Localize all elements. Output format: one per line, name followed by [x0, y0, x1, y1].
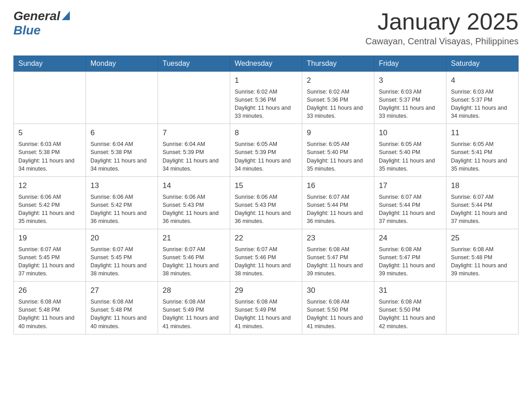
- day-number: 8: [235, 128, 297, 138]
- calendar-cell: 22Sunrise: 6:07 AM Sunset: 5:46 PM Dayli…: [230, 229, 302, 282]
- day-info: Sunrise: 6:06 AM Sunset: 5:42 PM Dayligh…: [90, 193, 153, 226]
- day-number: 15: [235, 180, 297, 191]
- day-number: 13: [90, 180, 153, 191]
- day-info: Sunrise: 6:07 AM Sunset: 5:46 PM Dayligh…: [163, 245, 225, 278]
- day-number: 31: [379, 285, 442, 296]
- calendar-cell: 13Sunrise: 6:06 AM Sunset: 5:42 PM Dayli…: [86, 176, 158, 229]
- day-number: 5: [18, 128, 81, 138]
- day-info: Sunrise: 6:04 AM Sunset: 5:38 PM Dayligh…: [90, 140, 153, 173]
- day-info: Sunrise: 6:03 AM Sunset: 5:37 PM Dayligh…: [451, 88, 514, 120]
- day-number: 26: [18, 285, 81, 296]
- day-number: 9: [307, 128, 369, 138]
- day-number: 23: [307, 233, 369, 244]
- day-info: Sunrise: 6:05 AM Sunset: 5:41 PM Dayligh…: [451, 140, 514, 173]
- day-info: Sunrise: 6:05 AM Sunset: 5:40 PM Dayligh…: [307, 140, 369, 173]
- calendar-cell: 14Sunrise: 6:06 AM Sunset: 5:43 PM Dayli…: [158, 176, 230, 229]
- day-number: 19: [18, 233, 81, 244]
- calendar-cell: 1Sunrise: 6:02 AM Sunset: 5:36 PM Daylig…: [230, 72, 302, 124]
- day-info: Sunrise: 6:02 AM Sunset: 5:36 PM Dayligh…: [307, 88, 369, 120]
- calendar-cell: 11Sunrise: 6:05 AM Sunset: 5:41 PM Dayli…: [446, 124, 519, 176]
- calendar-week-4: 19Sunrise: 6:07 AM Sunset: 5:45 PM Dayli…: [14, 229, 519, 282]
- calendar-table: SundayMondayTuesdayWednesdayThursdayFrid…: [13, 56, 519, 334]
- day-info: Sunrise: 6:04 AM Sunset: 5:39 PM Dayligh…: [163, 140, 225, 173]
- page-header: General Blue January 2025 Cawayan, Centr…: [13, 9, 519, 47]
- calendar-cell: 3Sunrise: 6:03 AM Sunset: 5:37 PM Daylig…: [374, 72, 446, 124]
- weekday-header-thursday: Thursday: [302, 56, 374, 72]
- day-number: 30: [307, 285, 369, 296]
- calendar-cell: 12Sunrise: 6:06 AM Sunset: 5:42 PM Dayli…: [14, 176, 86, 229]
- weekday-header-sunday: Sunday: [14, 56, 86, 72]
- day-number: 7: [163, 128, 225, 138]
- day-info: Sunrise: 6:05 AM Sunset: 5:40 PM Dayligh…: [379, 140, 442, 173]
- day-info: Sunrise: 6:03 AM Sunset: 5:37 PM Dayligh…: [379, 88, 442, 120]
- calendar-cell: [158, 72, 230, 124]
- calendar-cell: 4Sunrise: 6:03 AM Sunset: 5:37 PM Daylig…: [446, 72, 519, 124]
- calendar-cell: 5Sunrise: 6:03 AM Sunset: 5:38 PM Daylig…: [14, 124, 86, 176]
- calendar-cell: [86, 72, 158, 124]
- day-info: Sunrise: 6:07 AM Sunset: 5:44 PM Dayligh…: [451, 193, 514, 226]
- day-info: Sunrise: 6:06 AM Sunset: 5:43 PM Dayligh…: [235, 193, 297, 226]
- calendar-cell: 2Sunrise: 6:02 AM Sunset: 5:36 PM Daylig…: [302, 72, 374, 124]
- weekday-header-friday: Friday: [374, 56, 446, 72]
- day-info: Sunrise: 6:06 AM Sunset: 5:43 PM Dayligh…: [163, 193, 225, 226]
- day-number: 12: [18, 180, 81, 191]
- day-number: 10: [379, 128, 442, 138]
- calendar-cell: 26Sunrise: 6:08 AM Sunset: 5:48 PM Dayli…: [14, 282, 86, 334]
- day-number: 6: [90, 128, 153, 138]
- calendar-cell: 31Sunrise: 6:08 AM Sunset: 5:50 PM Dayli…: [374, 282, 446, 334]
- day-info: Sunrise: 6:06 AM Sunset: 5:42 PM Dayligh…: [18, 193, 81, 226]
- day-info: Sunrise: 6:08 AM Sunset: 5:47 PM Dayligh…: [307, 245, 369, 278]
- day-info: Sunrise: 6:08 AM Sunset: 5:50 PM Dayligh…: [307, 298, 369, 330]
- logo-triangle-icon: [62, 11, 70, 22]
- day-info: Sunrise: 6:08 AM Sunset: 5:50 PM Dayligh…: [379, 298, 442, 330]
- day-number: 21: [163, 233, 225, 244]
- day-info: Sunrise: 6:08 AM Sunset: 5:49 PM Dayligh…: [163, 298, 225, 330]
- day-number: 16: [307, 180, 369, 191]
- day-number: 24: [379, 233, 442, 244]
- calendar-cell: 23Sunrise: 6:08 AM Sunset: 5:47 PM Dayli…: [302, 229, 374, 282]
- calendar-cell: [446, 282, 519, 334]
- calendar-cell: [14, 72, 86, 124]
- calendar-cell: 28Sunrise: 6:08 AM Sunset: 5:49 PM Dayli…: [158, 282, 230, 334]
- logo-blue-text: Blue: [13, 23, 41, 38]
- calendar-cell: 27Sunrise: 6:08 AM Sunset: 5:48 PM Dayli…: [86, 282, 158, 334]
- calendar-cell: 30Sunrise: 6:08 AM Sunset: 5:50 PM Dayli…: [302, 282, 374, 334]
- day-number: 28: [163, 285, 225, 296]
- calendar-cell: 15Sunrise: 6:06 AM Sunset: 5:43 PM Dayli…: [230, 176, 302, 229]
- calendar-cell: 25Sunrise: 6:08 AM Sunset: 5:48 PM Dayli…: [446, 229, 519, 282]
- day-number: 20: [90, 233, 153, 244]
- calendar-week-5: 26Sunrise: 6:08 AM Sunset: 5:48 PM Dayli…: [14, 282, 519, 334]
- day-info: Sunrise: 6:07 AM Sunset: 5:44 PM Dayligh…: [379, 193, 442, 226]
- day-info: Sunrise: 6:08 AM Sunset: 5:48 PM Dayligh…: [18, 298, 81, 330]
- day-number: 29: [235, 285, 297, 296]
- day-number: 2: [307, 75, 369, 86]
- day-info: Sunrise: 6:08 AM Sunset: 5:48 PM Dayligh…: [451, 245, 514, 278]
- calendar-cell: 17Sunrise: 6:07 AM Sunset: 5:44 PM Dayli…: [374, 176, 446, 229]
- calendar-cell: 7Sunrise: 6:04 AM Sunset: 5:39 PM Daylig…: [158, 124, 230, 176]
- calendar-cell: 21Sunrise: 6:07 AM Sunset: 5:46 PM Dayli…: [158, 229, 230, 282]
- day-info: Sunrise: 6:02 AM Sunset: 5:36 PM Dayligh…: [235, 88, 297, 120]
- day-number: 18: [451, 180, 514, 191]
- weekday-header-monday: Monday: [86, 56, 158, 72]
- day-info: Sunrise: 6:03 AM Sunset: 5:38 PM Dayligh…: [18, 140, 81, 173]
- day-info: Sunrise: 6:07 AM Sunset: 5:45 PM Dayligh…: [90, 245, 153, 278]
- day-number: 1: [235, 75, 297, 86]
- day-info: Sunrise: 6:07 AM Sunset: 5:45 PM Dayligh…: [18, 245, 81, 278]
- calendar-week-3: 12Sunrise: 6:06 AM Sunset: 5:42 PM Dayli…: [14, 176, 519, 229]
- day-number: 22: [235, 233, 297, 244]
- day-number: 3: [379, 75, 442, 86]
- calendar-cell: 19Sunrise: 6:07 AM Sunset: 5:45 PM Dayli…: [14, 229, 86, 282]
- day-number: 14: [163, 180, 225, 191]
- calendar-cell: 16Sunrise: 6:07 AM Sunset: 5:44 PM Dayli…: [302, 176, 374, 229]
- calendar-cell: 8Sunrise: 6:05 AM Sunset: 5:39 PM Daylig…: [230, 124, 302, 176]
- calendar-subtitle: Cawayan, Central Visayas, Philippines: [365, 36, 519, 47]
- weekday-header-tuesday: Tuesday: [158, 56, 230, 72]
- calendar-cell: 10Sunrise: 6:05 AM Sunset: 5:40 PM Dayli…: [374, 124, 446, 176]
- day-number: 27: [90, 285, 153, 296]
- calendar-week-1: 1Sunrise: 6:02 AM Sunset: 5:36 PM Daylig…: [14, 72, 519, 124]
- day-info: Sunrise: 6:05 AM Sunset: 5:39 PM Dayligh…: [235, 140, 297, 173]
- logo: General Blue: [13, 9, 70, 38]
- logo-general-text: General: [13, 9, 60, 23]
- day-info: Sunrise: 6:07 AM Sunset: 5:46 PM Dayligh…: [235, 245, 297, 278]
- calendar-cell: 20Sunrise: 6:07 AM Sunset: 5:45 PM Dayli…: [86, 229, 158, 282]
